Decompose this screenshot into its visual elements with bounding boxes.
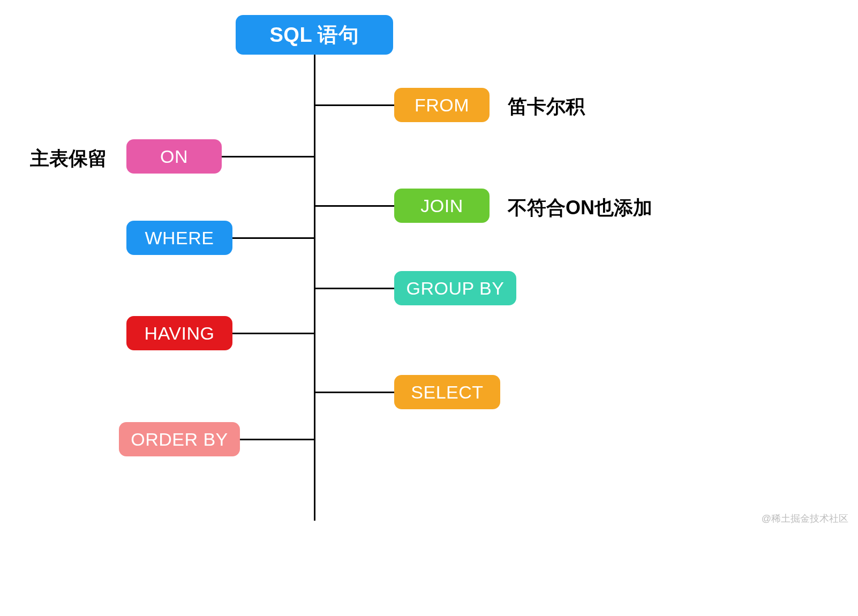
watermark: @稀土掘金技术社区 bbox=[762, 512, 848, 525]
connector-on bbox=[222, 156, 315, 157]
node-orderby-label: ORDER BY bbox=[131, 429, 228, 450]
connector-orderby bbox=[240, 439, 315, 440]
node-groupby: GROUP BY bbox=[394, 271, 516, 305]
root-node: SQL 语句 bbox=[236, 15, 393, 55]
connector-join bbox=[315, 205, 394, 207]
node-on-label: ON bbox=[160, 146, 188, 167]
node-select: SELECT bbox=[394, 375, 500, 409]
node-join: JOIN bbox=[394, 189, 490, 223]
connector-groupby bbox=[315, 288, 394, 289]
connector-from bbox=[315, 104, 394, 106]
node-having-label: HAVING bbox=[145, 323, 215, 344]
node-where-label: WHERE bbox=[145, 228, 214, 249]
node-from-label: FROM bbox=[415, 95, 469, 116]
root-label: SQL 语句 bbox=[270, 21, 359, 49]
node-from: FROM bbox=[394, 88, 490, 122]
node-join-label: JOIN bbox=[420, 196, 463, 216]
connector-having bbox=[232, 333, 315, 334]
connector-select bbox=[315, 392, 394, 393]
node-groupby-label: GROUP BY bbox=[407, 278, 505, 299]
node-select-label: SELECT bbox=[411, 382, 483, 403]
annotation-from: 笛卡尔积 bbox=[508, 94, 585, 120]
node-having: HAVING bbox=[126, 316, 232, 350]
node-where: WHERE bbox=[126, 221, 232, 255]
annotation-join: 不符合ON也添加 bbox=[508, 195, 652, 221]
node-on: ON bbox=[126, 139, 222, 174]
connector-where bbox=[232, 237, 315, 239]
annotation-on: 主表保留 bbox=[30, 146, 107, 172]
node-orderby: ORDER BY bbox=[119, 422, 240, 456]
